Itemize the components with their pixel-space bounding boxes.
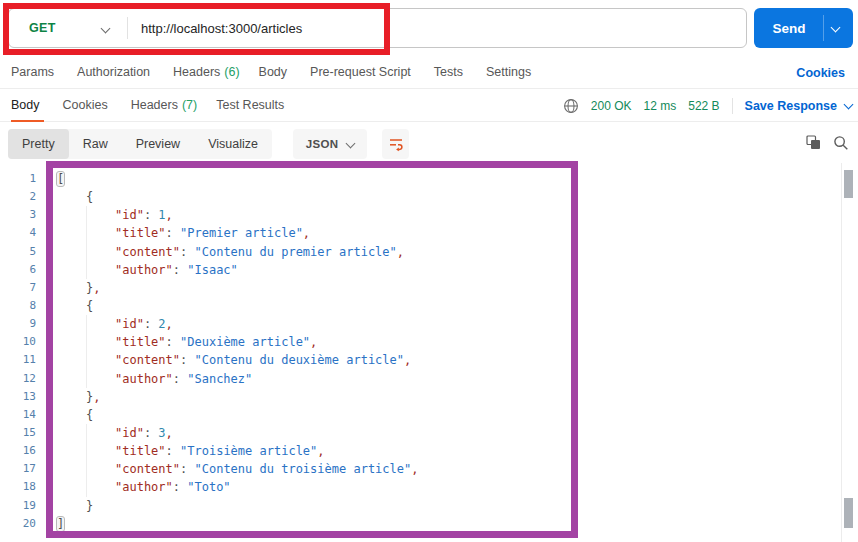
code-line: "author": "Sanchez" [57,370,830,388]
response-tab-body[interactable]: Body [11,89,44,122]
code-line: "id": 2, [57,315,830,333]
tab-authorization[interactable]: Authorization [77,65,154,79]
code-line: "title": "Troisième article", [57,442,830,460]
code-line: } [57,497,830,515]
status-badge: 200 OK [591,99,632,113]
line-number: 15 [0,424,36,442]
tab-params[interactable]: Params [11,65,58,79]
send-button[interactable]: Send [754,8,853,48]
code-line: "author": "Toto" [57,478,830,496]
tab-body[interactable]: Body [259,65,292,79]
line-number: 4 [0,224,36,242]
url-bar: GET http://localhost:3000/articles [8,8,747,48]
code-line: "id": 3, [57,424,830,442]
line-number: 3 [0,206,36,224]
line-number: 17 [0,460,36,478]
response-size: 522 B [688,99,719,113]
line-number: 13 [0,388,36,406]
response-view-toolbar: Pretty Raw Preview Visualize JSON [0,122,858,163]
code-line: "content": "Contenu du troisième article… [57,460,830,478]
code-line: { [57,297,830,315]
chevron-down-icon [844,99,854,109]
response-meta: 200 OK 12 ms 522 B Save Response [563,89,852,122]
code-line: "content": "Contenu du deuxième article"… [57,351,830,369]
line-number: 5 [0,243,36,261]
method-label: GET [29,21,56,35]
divider [823,15,824,41]
response-time: 12 ms [644,99,677,113]
search-icon [833,135,849,151]
text-wrap-icon [388,136,404,152]
chevron-down-icon[interactable] [101,24,111,34]
line-number: 20 [0,515,36,533]
code-line: { [57,188,830,206]
view-mode-switcher: Pretty Raw Preview Visualize [8,129,272,159]
tab-settings[interactable]: Settings [486,65,535,79]
tab-tests[interactable]: Tests [434,65,467,79]
chevron-down-icon [346,138,356,148]
url-input[interactable]: http://localhost:3000/articles [141,9,302,47]
response-header: Body Cookies Headers(7) Test Results 200… [0,89,858,122]
line-number: 11 [0,351,36,369]
tab-pre-request-script[interactable]: Pre-request Script [310,65,415,79]
wrap-lines-button[interactable] [382,129,409,159]
response-tab-test-results[interactable]: Test Results [216,89,288,122]
code-line: "title": "Premier article", [57,224,830,242]
response-tabs: Body Cookies Headers(7) Test Results [11,89,288,122]
line-number: 18 [0,478,36,496]
format-dropdown[interactable]: JSON [293,129,367,159]
code-line: [ [57,170,830,188]
code-line: { [57,406,830,424]
scrollbar-track [841,163,842,542]
code-line: "author": "Isaac" [57,261,830,279]
view-tab-raw[interactable]: Raw [69,129,122,159]
chevron-down-icon[interactable] [831,23,841,33]
line-number: 12 [0,370,36,388]
copy-button[interactable] [806,135,821,150]
scrollbar-thumb-top[interactable] [844,170,853,198]
code-line: }, [57,388,830,406]
cookies-link[interactable]: Cookies [796,56,845,89]
response-tab-cookies[interactable]: Cookies [63,89,112,122]
code-line: "content": "Contenu du premier article", [57,243,830,261]
code-line: "title": "Deuxième article", [57,333,830,351]
line-numbers: 1234567891011121314151617181920 [0,170,36,533]
line-number: 16 [0,442,36,460]
view-tab-preview[interactable]: Preview [122,129,194,159]
code-line: ] [57,515,830,533]
line-number: 2 [0,188,36,206]
line-number: 19 [0,497,36,515]
line-number: 9 [0,315,36,333]
scrollbar-thumb-bottom[interactable] [844,498,853,528]
view-tab-visualize[interactable]: Visualize [194,129,272,159]
line-number: 10 [0,333,36,351]
search-button[interactable] [833,135,849,151]
method-selector[interactable]: GET [29,9,56,47]
divider [732,98,733,114]
divider [127,17,128,39]
response-tab-headers[interactable]: Headers(7) [131,89,198,122]
save-response-button[interactable]: Save Response [745,99,852,113]
code-line: "id": 1, [57,206,830,224]
line-number: 1 [0,170,36,188]
response-body-editor[interactable]: 1234567891011121314151617181920 [{"id": … [0,163,830,542]
line-number: 14 [0,406,36,424]
line-number: 6 [0,261,36,279]
tab-headers[interactable]: Headers(6) [173,65,240,79]
send-button-label: Send [754,8,824,48]
globe-icon [563,98,579,114]
line-number: 8 [0,297,36,315]
line-number: 7 [0,279,36,297]
code-lines: [{"id": 1,"title": "Premier article","co… [57,170,830,533]
view-tab-pretty[interactable]: Pretty [8,129,69,159]
code-line: }, [57,279,830,297]
request-tabs: Params Authorization Headers(6) Body Pre… [0,56,858,89]
copy-icon [806,135,821,150]
